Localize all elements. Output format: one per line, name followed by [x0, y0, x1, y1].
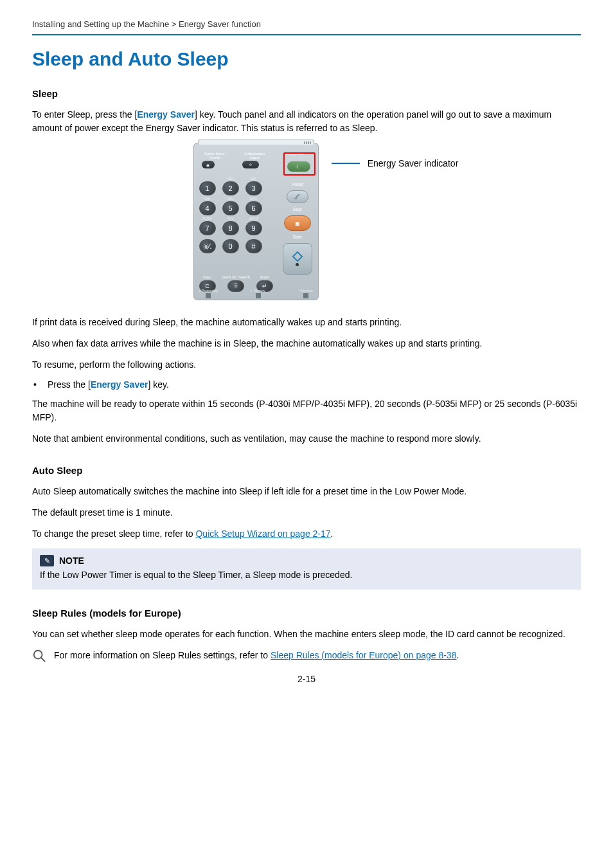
text: Auto Sleep automatically switches the ma…	[32, 485, 581, 498]
text: The default preset time is 1 minute.	[32, 506, 581, 520]
label-system-menu: System Menu / Counter	[200, 152, 230, 159]
key-4[interactable]: 4	[199, 201, 216, 215]
start-icon	[292, 251, 303, 262]
text: To change the preset sleep time, refer t…	[32, 527, 581, 541]
bullet-icon: •	[32, 379, 48, 390]
divider	[32, 34, 581, 35]
page-number: 2-15	[0, 674, 613, 684]
breadcrumb: Installing and Setting up the Machine > …	[32, 19, 581, 34]
panel-top-edge	[198, 140, 314, 145]
heading-auto-sleep: Auto Sleep	[32, 465, 581, 476]
key-9[interactable]: 9	[245, 221, 262, 235]
reset-button[interactable]: ⁄⁄	[287, 190, 308, 203]
note-box: ✎ NOTE If the Low Power Timer is equal t…	[32, 548, 581, 590]
processing-led	[206, 293, 211, 298]
energy-saver-key-text: Energy Saver	[137, 109, 195, 120]
label-pqrs: PQRS	[199, 217, 216, 221]
text: To change the preset sleep time, refer t…	[32, 529, 195, 539]
label-reset: Reset	[292, 182, 303, 186]
label-def: DEF	[245, 177, 262, 181]
numeric-keypad: ABCDEF 1 2 3 GHIJKLMNO 4 5 6 PQRSTUVWXYZ…	[199, 177, 275, 255]
key-7[interactable]: 7	[199, 221, 216, 235]
label-memory: ▸ Memory	[251, 289, 265, 293]
heading-sleep: Sleep	[32, 88, 581, 99]
key-6[interactable]: 6	[245, 201, 262, 215]
label-tuv: TUV	[222, 217, 239, 221]
auth-logout-button[interactable]: ⎋	[242, 161, 259, 168]
key-8[interactable]: 8	[222, 221, 239, 235]
label-ghi: GHI	[199, 197, 216, 201]
label-processing: ▸ Processing	[199, 289, 218, 293]
note-label: NOTE	[59, 556, 84, 566]
stop-button[interactable]: ◙	[284, 215, 311, 231]
heading-sleep-rules: Sleep Rules (models for Europe)	[32, 608, 581, 619]
callout-line	[332, 163, 360, 164]
sleep-intro: To enter Sleep, press the [Energy Saver]…	[32, 108, 581, 135]
text: ] key.	[148, 379, 168, 390]
label-abc: ABC	[222, 177, 239, 181]
page-title: Sleep and Auto Sleep	[32, 48, 581, 70]
start-button[interactable]	[283, 243, 312, 275]
key-1[interactable]: 1	[199, 181, 216, 195]
panel-figure: System Menu / Counter Authentication Log…	[51, 143, 600, 300]
key-5[interactable]: 5	[222, 201, 239, 215]
label-auth-logout: Authentication Logout	[240, 152, 269, 159]
label-start: Start	[292, 235, 302, 239]
text: Also when fax data arrives while the mac…	[32, 337, 581, 350]
link-quick-setup-wizard[interactable]: Quick Setup Wizard on page 2-17	[195, 529, 330, 539]
link-sleep-rules[interactable]: Sleep Rules (models for Europe) on page …	[271, 650, 457, 660]
attention-led	[303, 293, 308, 298]
text: .	[331, 529, 333, 539]
svg-line-1	[41, 657, 45, 661]
svg-point-0	[34, 650, 42, 658]
energy-saver-highlight	[283, 152, 315, 176]
text: To enter Sleep, press the [	[32, 109, 137, 120]
label-clear: Clear	[203, 276, 211, 280]
text: To resume, perform the following actions…	[32, 358, 581, 372]
text: You can set whether sleep mode operates …	[32, 628, 581, 641]
label-enter: Enter	[260, 276, 269, 280]
label-attention: ! Attention	[298, 289, 312, 293]
text: The machine will be ready to operate wit…	[32, 397, 581, 424]
key-star[interactable]: ⚹⁄.	[199, 239, 216, 253]
magnifier-icon	[32, 649, 46, 665]
label-mno: MNO	[245, 197, 262, 201]
list-item: • Press the [Energy Saver] key.	[32, 379, 581, 390]
text: .	[456, 650, 459, 660]
key-3[interactable]: 3	[245, 181, 262, 195]
label-jkl: JKL	[222, 197, 239, 201]
start-led	[296, 263, 299, 266]
note-body: If the Low Power Timer is equal to the S…	[40, 569, 573, 582]
memory-led	[256, 293, 261, 298]
energy-saver-key-text: Energy Saver	[91, 379, 148, 390]
text: For more information on Sleep Rules sett…	[54, 650, 271, 660]
note-icon: ✎	[40, 555, 54, 566]
system-menu-button[interactable]: ◉	[202, 161, 215, 168]
key-hash[interactable]: #	[245, 239, 262, 253]
key-0[interactable]: 0	[222, 239, 239, 253]
callout: Energy Saver indicator	[332, 158, 459, 168]
label-stop: Stop	[292, 207, 301, 212]
callout-label: Energy Saver indicator	[368, 158, 459, 168]
label-wxyz: WXYZ	[245, 217, 262, 221]
label-quick-search: Quick No. Search	[222, 276, 250, 280]
operation-panel: System Menu / Counter Authentication Log…	[193, 143, 319, 300]
text: Press the [	[48, 379, 91, 390]
reference-row: For more information on Sleep Rules sett…	[32, 649, 581, 665]
key-2[interactable]: 2	[222, 181, 239, 195]
text: If print data is received during Sleep, …	[32, 316, 581, 329]
text: Note that ambient environmental conditio…	[32, 432, 581, 446]
